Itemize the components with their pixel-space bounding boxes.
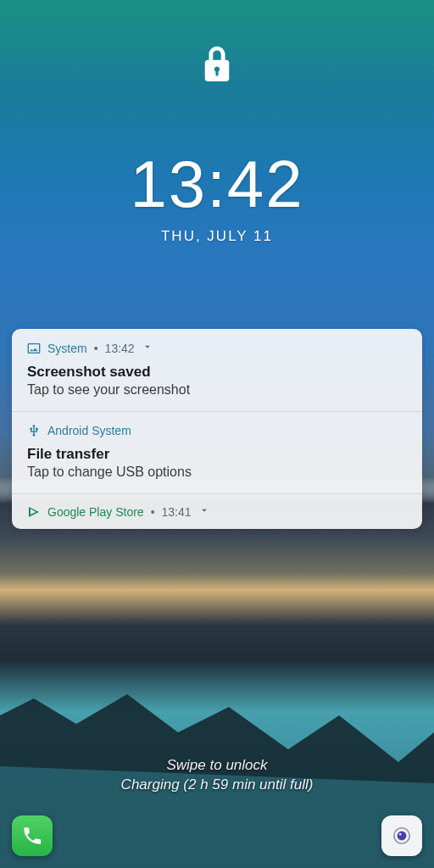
notification-body: Tap to see your screenshot	[27, 382, 407, 398]
charging-status-text: Charging (2 h 59 min until full)	[0, 776, 434, 795]
notification-screenshot[interactable]: System • 13:42 Screenshot saved Tap to s…	[12, 329, 422, 412]
clock-block: 13:42 THU, JULY 11	[0, 146, 434, 245]
notification-title: Screenshot saved	[27, 364, 407, 381]
camera-icon	[391, 825, 413, 847]
chevron-down-icon[interactable]	[198, 504, 210, 519]
notification-header[interactable]: System • 13:42	[27, 341, 407, 355]
notification-panel: System • 13:42 Screenshot saved Tap to s…	[12, 329, 422, 529]
notification-time: 13:41	[162, 505, 192, 519]
chevron-down-icon[interactable]	[142, 341, 153, 355]
svg-point-1	[398, 832, 407, 841]
notification-header[interactable]: Google Play Store • 13:41	[27, 504, 407, 519]
wallpaper-landscape	[0, 614, 434, 868]
image-icon	[27, 342, 41, 355]
notification-usb[interactable]: Android System File transfer Tap to chan…	[12, 412, 422, 494]
swipe-hint-text: Swipe to unlock	[0, 756, 434, 776]
lock-icon	[201, 46, 233, 88]
notification-title: File transfer	[27, 446, 407, 463]
phone-shortcut[interactable]	[12, 815, 53, 856]
svg-point-2	[399, 833, 402, 836]
clock-date: THU, JULY 11	[0, 228, 434, 245]
play-store-icon	[27, 505, 41, 519]
clock-time: 13:42	[0, 146, 434, 223]
notification-time: 13:42	[105, 342, 135, 355]
notification-header: Android System	[27, 424, 407, 437]
unlock-hint: Swipe to unlock Charging (2 h 59 min unt…	[0, 756, 434, 795]
camera-shortcut[interactable]	[381, 815, 422, 856]
notification-body: Tap to change USB options	[27, 465, 407, 480]
phone-icon	[21, 825, 43, 847]
separator-dot: •	[151, 505, 155, 519]
usb-icon	[27, 424, 41, 437]
lock-screen[interactable]: 13:42 THU, JULY 11 System • 13:42 Screen…	[0, 0, 434, 868]
notification-play-store[interactable]: Google Play Store • 13:41	[12, 494, 422, 529]
notification-app-name: Android System	[47, 424, 131, 437]
separator-dot: •	[94, 342, 98, 355]
notification-app-name: Google Play Store	[47, 505, 144, 519]
notification-app-name: System	[47, 342, 87, 355]
